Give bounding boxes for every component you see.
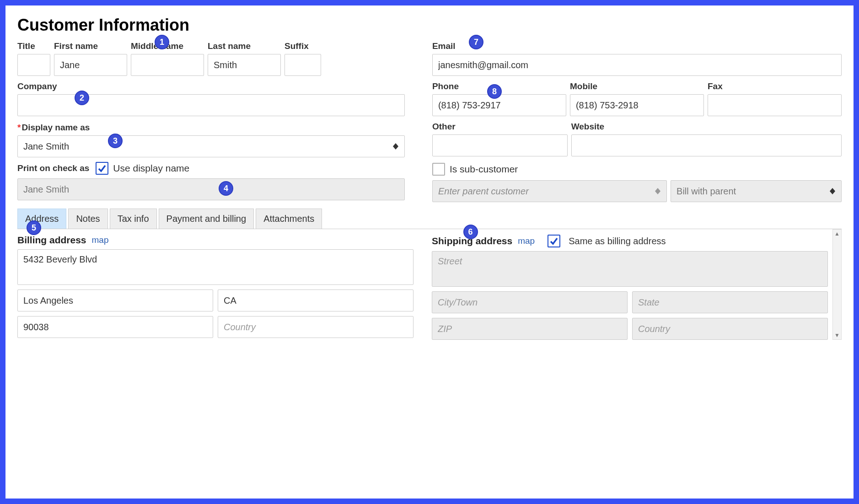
phone-input[interactable] [432, 94, 566, 116]
first-name-input[interactable] [54, 54, 127, 76]
title-input[interactable] [17, 54, 50, 76]
same-as-billing-label: Same as billing address [569, 236, 666, 247]
shipping-street-input [432, 251, 828, 287]
callout-badge-7: 7 [469, 35, 483, 49]
callout-badge-4: 4 [219, 181, 233, 196]
callout-badge-2: 2 [75, 91, 89, 105]
mobile-label: Mobile [570, 81, 704, 91]
updown-icon [392, 143, 399, 150]
left-column: 1 Title First name Middle name Last name [17, 38, 405, 202]
suffix-input[interactable] [285, 54, 321, 76]
page-title: Customer Information [17, 16, 842, 35]
parent-customer-select[interactable]: Enter parent customer [432, 180, 667, 202]
address-scrollbar[interactable]: ▲ ▼ [832, 229, 842, 340]
customer-info-panel: Customer Information 1 Title First name … [0, 0, 859, 504]
shipping-city-input [432, 291, 628, 313]
tab-payment-billing[interactable]: Payment and billing [159, 209, 254, 229]
svg-marker-1 [393, 146, 398, 150]
callout-badge-1: 1 [155, 35, 169, 49]
billing-city-input[interactable] [17, 290, 213, 311]
scroll-up-icon[interactable]: ▲ [834, 231, 840, 237]
scroll-down-icon[interactable]: ▼ [834, 332, 840, 338]
title-label: Title [17, 41, 50, 51]
bill-with-parent-value: Bill with parent [676, 186, 736, 197]
fax-label: Fax [708, 81, 842, 91]
last-name-input[interactable] [208, 54, 281, 76]
first-name-label: First name [54, 41, 127, 51]
print-on-check-label: Print on check as [17, 163, 89, 173]
is-sub-customer-label: Is sub-customer [450, 164, 518, 175]
right-column: 7 Email 8 Phone Mobile Fax [432, 38, 842, 202]
billing-address-title: Billing address [17, 235, 86, 246]
other-input[interactable] [432, 134, 568, 156]
billing-map-link[interactable]: map [92, 235, 109, 245]
mobile-input[interactable] [570, 94, 704, 116]
shipping-address-col: Shipping address map Same as billing add… [432, 235, 828, 340]
bill-with-parent-select[interactable]: Bill with parent [671, 180, 842, 202]
shipping-country-input [632, 318, 828, 340]
svg-marker-5 [830, 191, 835, 194]
form-columns: 1 Title First name Middle name Last name [17, 38, 842, 202]
svg-marker-0 [393, 143, 398, 146]
shipping-zip-input [432, 318, 628, 340]
company-label: Company [17, 81, 405, 91]
billing-state-input[interactable] [218, 290, 413, 311]
email-label: Email [432, 41, 842, 51]
fax-input[interactable] [708, 94, 842, 116]
parent-customer-placeholder: Enter parent customer [438, 186, 529, 197]
print-on-check-row: Print on check as Use display name [17, 162, 405, 175]
billing-street-input[interactable] [17, 249, 413, 285]
callout-badge-8: 8 [487, 84, 502, 99]
use-display-name-label: Use display name [113, 163, 189, 174]
billing-zip-input[interactable] [17, 316, 213, 338]
tab-attachments[interactable]: Attachments [256, 209, 322, 229]
middle-name-input[interactable] [131, 54, 204, 76]
billing-country-input[interactable] [218, 316, 413, 338]
svg-marker-2 [655, 188, 660, 191]
other-label: Other [432, 122, 568, 132]
svg-marker-4 [830, 188, 835, 191]
tab-notes[interactable]: Notes [68, 209, 107, 229]
updown-icon [655, 188, 661, 194]
display-name-select[interactable]: Jane Smith [17, 135, 405, 157]
shipping-map-link[interactable]: map [518, 236, 535, 246]
is-sub-customer-checkbox[interactable] [432, 163, 445, 176]
tab-tax-info[interactable]: Tax info [110, 209, 157, 229]
detail-tabs: Address Notes Tax info Payment and billi… [17, 209, 842, 229]
use-display-name-checkbox[interactable] [96, 162, 108, 175]
callout-badge-3: 3 [108, 134, 123, 148]
suffix-label: Suffix [285, 41, 321, 51]
updown-icon [829, 188, 836, 194]
display-name-label: *Display name as [17, 123, 405, 133]
last-name-label: Last name [208, 41, 281, 51]
website-label: Website [571, 122, 842, 132]
email-input[interactable] [432, 54, 842, 76]
name-row: Title First name Middle name Last name S… [17, 41, 405, 76]
billing-address-col: Billing address map [17, 235, 413, 340]
callout-badge-5: 5 [27, 220, 41, 235]
sub-customer-row: Is sub-customer [432, 163, 842, 176]
tab-address[interactable]: Address [17, 209, 66, 229]
display-name-value: Jane Smith [23, 141, 69, 152]
shipping-state-input [632, 291, 828, 313]
same-as-billing-checkbox[interactable] [548, 235, 560, 247]
website-input[interactable] [571, 134, 842, 156]
svg-marker-3 [655, 191, 660, 194]
address-pane: 6 Billing address map [17, 229, 842, 340]
print-on-check-input [17, 178, 405, 200]
callout-badge-6: 6 [463, 225, 478, 239]
